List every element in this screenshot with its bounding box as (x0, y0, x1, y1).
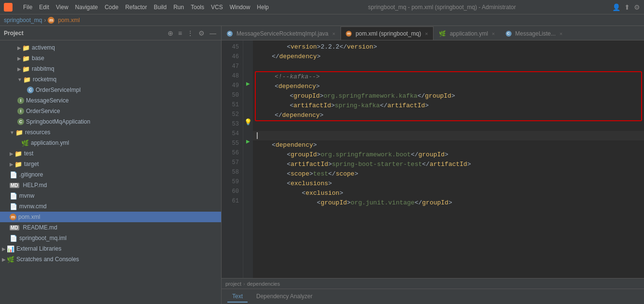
code-line-60: <exclusion> (253, 189, 644, 198)
menu-navigate[interactable]: Navigate (72, 3, 101, 12)
gutter-46 (243, 50, 253, 60)
bulb-icon[interactable]: 💡 (244, 118, 252, 126)
bc-project: project (225, 281, 241, 287)
xml-icon: m (48, 17, 54, 24)
run-marker-49[interactable]: ▶ (246, 80, 250, 88)
tree-item-mvnw[interactable]: 📄 mvnw (0, 190, 221, 201)
menu-file[interactable]: File (20, 3, 35, 12)
code-line-45: <version>2.2.2</version> (253, 42, 644, 52)
tree-item-base[interactable]: ▶ 📁 base (0, 53, 221, 63)
file-icon: 📄 (10, 171, 17, 178)
breadcrumb-file: m pom.xml (48, 16, 79, 24)
tabs-bar: C MessageServiceRocketmqImpl.java × m po… (222, 26, 644, 40)
tab-close-4[interactable]: × (560, 31, 563, 37)
tree-item-gitignore[interactable]: 📄 .gitignore (0, 169, 221, 180)
tab-pomxml[interactable]: m pom.xml (springboot_mq) × (341, 26, 434, 40)
gutter-49[interactable]: ▶ (243, 79, 253, 89)
folder-icon: 📁 (23, 76, 31, 83)
tree-item-iml[interactable]: 📄 springboot_mq.iml (0, 233, 221, 243)
menu-tools[interactable]: Tools (188, 3, 207, 12)
tree-item-orderservice[interactable]: I OrderService (0, 106, 221, 116)
tab-dependency-analyzer[interactable]: Dependency Analyzer (251, 291, 317, 303)
gutter-54 (243, 127, 253, 137)
code-line-55: <dependency> (253, 140, 644, 150)
tree-item-readme[interactable]: MD README.md (0, 222, 221, 233)
menu-help[interactable]: Help (254, 3, 272, 12)
tab-messageservice[interactable]: C MessageServiceRocketmqImpl.java × (222, 26, 341, 40)
gear-icon[interactable]: ⚙ (197, 28, 206, 38)
profile-icon[interactable]: 👤 (612, 3, 620, 11)
tab-close-1[interactable]: × (332, 31, 335, 37)
menu-view[interactable]: View (53, 3, 71, 12)
breadcrumb-project[interactable]: springboot_mq (4, 17, 42, 24)
md-icon: MD (10, 225, 19, 230)
menu-vcs[interactable]: VCS (208, 3, 226, 12)
code-line-48: <!--kafka--> (256, 72, 641, 82)
gutter: ▶ 💡 ▶ (243, 40, 253, 278)
code-line-51: <artifactId>spring-kafka</artifactId> (256, 101, 641, 111)
gutter-45 (243, 40, 253, 50)
tree-item-target[interactable]: ▶ 📁 target (0, 159, 221, 169)
update-icon[interactable]: ⬆ (624, 3, 630, 11)
tree-item-pomxml[interactable]: m pom.xml (0, 212, 221, 222)
gutter-61 (243, 194, 253, 204)
tab-close-3[interactable]: × (492, 31, 495, 37)
collapse-all-icon[interactable]: ≡ (177, 28, 183, 38)
code-line-56: <groupId>org.springframework.boot</group… (253, 150, 644, 160)
code-line-46: </dependency> (253, 52, 644, 62)
tree-item-orderserviceimpl[interactable]: C OrderServiceImpl (0, 85, 221, 95)
menu-window[interactable]: Window (227, 3, 253, 12)
tree-item-external-libs[interactable]: ▶ 📊 External Libraries (0, 243, 221, 254)
breadcrumb-sep: › (44, 17, 46, 24)
xml-m-icon: m (10, 214, 16, 220)
tree-item-rocketmq[interactable]: ▼ 📁 rocketmq (0, 74, 221, 85)
tree-item-resources[interactable]: ▼ 📁 resources (0, 127, 221, 138)
expand-arrow: ▶ (10, 162, 13, 167)
tab-text[interactable]: Text (227, 291, 248, 303)
code-line-57: <artifactId>spring-boot-starter-test</ar… (253, 160, 644, 169)
tree-item-appyml[interactable]: 🌿 application.yml (0, 138, 221, 148)
menu-refactor[interactable]: Refactor (122, 3, 150, 12)
spring-tab-icon: 🌿 (439, 30, 446, 37)
file-icon: 📄 (10, 203, 17, 210)
menu-build[interactable]: Build (151, 3, 170, 12)
code-content[interactable]: <version>2.2.2</version> </dependency> <… (253, 40, 644, 278)
breadcrumb-bottom: project › dependencies (222, 278, 644, 289)
add-icon[interactable]: ⊕ (167, 28, 174, 38)
gutter-55[interactable]: ▶ (243, 137, 253, 146)
gutter-53: 💡 (243, 117, 253, 127)
menu-edit[interactable]: Edit (36, 3, 52, 12)
menu-run[interactable]: Run (171, 3, 187, 12)
tree-item-test[interactable]: ▶ 📁 test (0, 148, 221, 159)
tab-close-2[interactable]: × (425, 31, 428, 37)
tab-appyml[interactable]: 🌿 application.yml × (434, 26, 500, 40)
code-line-54 (253, 131, 644, 140)
more-icon[interactable]: ⋮ (186, 28, 195, 38)
code-line-61: <groupId>org.junit.vintage</groupId> (253, 198, 644, 208)
hide-icon[interactable]: — (209, 28, 217, 38)
code-line-49: <dependency> (256, 82, 641, 91)
code-line-50: <groupId>org.springframework.kafka</grou… (256, 91, 641, 101)
expand-arrow: ▶ (10, 151, 13, 156)
folder-yellow-icon: 📁 (14, 161, 22, 168)
sidebar-toolbar: Project ⊕ ≡ ⋮ ⚙ — (0, 26, 221, 40)
tree-item-rabbitmq[interactable]: ▶ 📁 rabbitmq (0, 63, 221, 74)
gutter-56 (243, 146, 253, 156)
main-layout: Project ⊕ ≡ ⋮ ⚙ — ▶ 📁 activemq ▶ 📁 base (0, 26, 644, 304)
run-marker-55[interactable]: ▶ (246, 138, 250, 145)
expand-arrow: ▼ (17, 77, 22, 82)
tree-item-mvnwcmd[interactable]: 📄 mvnw.cmd (0, 201, 221, 212)
java-class-icon: C (17, 118, 24, 125)
tab-messagelist[interactable]: C MessageListe... × (500, 26, 568, 40)
expand-arrow: ▶ (17, 56, 21, 61)
folder-icon: 📁 (22, 55, 30, 62)
code-line-59: <exclusions> (253, 179, 644, 189)
tree-item-springbootapp[interactable]: C SpringbootMqApplication (0, 116, 221, 127)
settings-icon[interactable]: ⚙ (634, 3, 640, 11)
tree-item-scratches[interactable]: ▶ 🌿 Scratches and Consoles (0, 254, 221, 265)
menu-code[interactable]: Code (102, 3, 121, 12)
tree-item-messageservice[interactable]: I MessageService (0, 95, 221, 106)
bc-sep1: › (243, 281, 245, 287)
tree-item-helpmd[interactable]: MD HELP.md (0, 180, 221, 190)
tree-item-activemq[interactable]: ▶ 📁 activemq (0, 42, 221, 53)
